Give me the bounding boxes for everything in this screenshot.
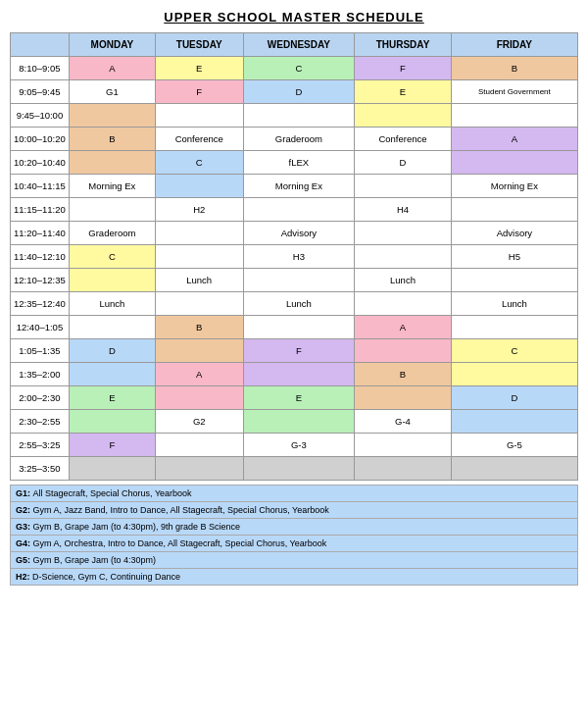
schedule-cell	[355, 386, 452, 410]
schedule-cell: D	[69, 339, 155, 363]
schedule-cell	[451, 151, 577, 175]
schedule-cell: G1	[69, 80, 155, 104]
schedule-cell	[355, 104, 452, 128]
schedule-cell	[69, 151, 155, 175]
schedule-cell: C	[451, 339, 577, 363]
time-cell: 2:00–2:30	[11, 386, 70, 410]
schedule-cell	[155, 386, 243, 410]
schedule-cell: H4	[355, 198, 452, 222]
schedule-cell: F	[155, 80, 243, 104]
schedule-cell: C	[69, 245, 155, 269]
schedule-cell: Graderoom	[243, 128, 355, 151]
time-header	[11, 33, 70, 57]
schedule-cell: B	[155, 316, 243, 339]
schedule-cell: D	[355, 151, 452, 175]
schedule-cell: Morning Ex	[69, 175, 155, 198]
time-cell: 10:40–11:15	[11, 175, 70, 198]
schedule-cell	[451, 457, 577, 481]
schedule-cell	[155, 175, 243, 198]
schedule-cell: D	[243, 80, 355, 104]
schedule-cell: Lunch	[69, 292, 155, 316]
schedule-cell: Graderoom	[69, 222, 155, 245]
schedule-cell	[155, 104, 243, 128]
schedule-cell	[155, 245, 243, 269]
schedule-cell: A	[155, 363, 243, 386]
schedule-cell	[155, 222, 243, 245]
schedule-cell: B	[355, 363, 452, 386]
schedule-cell	[355, 457, 452, 481]
legend-item: G3: Gym B, Grape Jam (to 4:30pm), 9th gr…	[11, 519, 578, 536]
schedule-cell: Lunch	[243, 292, 355, 316]
schedule-cell	[451, 104, 577, 128]
schedule-table: MONDAY TUESDAY WEDNESDAY THURSDAY FRIDAY…	[10, 32, 578, 481]
schedule-cell	[69, 363, 155, 386]
legend-item: H2: D-Science, Gym C, Continuing Dance	[11, 569, 578, 586]
schedule-cell: Conference	[155, 128, 243, 151]
schedule-cell	[243, 104, 355, 128]
tuesday-header: TUESDAY	[155, 33, 243, 57]
wednesday-header: WEDNESDAY	[243, 33, 355, 57]
schedule-cell	[69, 457, 155, 481]
time-cell: 2:55–3:25	[11, 434, 70, 457]
schedule-cell	[243, 410, 355, 434]
time-cell: 11:20–11:40	[11, 222, 70, 245]
schedule-cell: Lunch	[451, 292, 577, 316]
schedule-cell: B	[451, 57, 577, 80]
schedule-cell	[69, 410, 155, 434]
time-cell: 10:20–10:40	[11, 151, 70, 175]
time-cell: 11:15–11:20	[11, 198, 70, 222]
schedule-cell	[451, 198, 577, 222]
schedule-cell	[355, 175, 452, 198]
schedule-cell	[451, 410, 577, 434]
schedule-cell	[155, 292, 243, 316]
schedule-cell: G-5	[451, 434, 577, 457]
schedule-cell	[243, 198, 355, 222]
schedule-cell: Lunch	[155, 269, 243, 292]
schedule-cell: E	[69, 386, 155, 410]
schedule-cell	[355, 245, 452, 269]
schedule-cell	[451, 316, 577, 339]
schedule-cell: H5	[451, 245, 577, 269]
page-title: UPPER SCHOOL MASTER SCHEDULE	[10, 10, 578, 25]
schedule-cell: F	[69, 434, 155, 457]
time-cell: 1:35–2:00	[11, 363, 70, 386]
thursday-header: THURSDAY	[355, 33, 452, 57]
legend-item: G4: Gym A, Orchestra, Intro to Dance, Al…	[11, 536, 578, 552]
time-cell: 1:05–1:35	[11, 339, 70, 363]
schedule-cell: D	[451, 386, 577, 410]
schedule-cell: Advisory	[243, 222, 355, 245]
time-cell: 8:10–9:05	[11, 57, 70, 80]
schedule-cell: B	[69, 128, 155, 151]
schedule-cell: H3	[243, 245, 355, 269]
schedule-cell: Morning Ex	[451, 175, 577, 198]
schedule-cell	[69, 269, 155, 292]
legend-table: G1: All Stagecraft, Special Chorus, Year…	[10, 485, 578, 586]
schedule-cell: C	[243, 57, 355, 80]
time-cell: 12:10–12:35	[11, 269, 70, 292]
schedule-cell: A	[451, 128, 577, 151]
schedule-cell	[355, 339, 452, 363]
schedule-cell: E	[155, 57, 243, 80]
schedule-cell	[243, 363, 355, 386]
schedule-cell	[155, 339, 243, 363]
schedule-cell: E	[243, 386, 355, 410]
time-cell: 9:45–10:00	[11, 104, 70, 128]
schedule-cell: G2	[155, 410, 243, 434]
schedule-cell	[451, 269, 577, 292]
schedule-cell: A	[69, 57, 155, 80]
time-cell: 11:40–12:10	[11, 245, 70, 269]
schedule-cell	[69, 104, 155, 128]
schedule-cell: A	[355, 316, 452, 339]
schedule-cell	[243, 269, 355, 292]
schedule-cell: Conference	[355, 128, 452, 151]
schedule-cell	[355, 222, 452, 245]
schedule-cell: G-4	[355, 410, 452, 434]
time-cell: 9:05–9:45	[11, 80, 70, 104]
time-cell: 10:00–10:20	[11, 128, 70, 151]
schedule-cell	[451, 363, 577, 386]
legend-item: G5: Gym B, Grape Jam (to 4:30pm)	[11, 552, 578, 569]
schedule-cell	[69, 198, 155, 222]
schedule-cell: F	[243, 339, 355, 363]
schedule-cell: fLEX	[243, 151, 355, 175]
friday-header: FRIDAY	[451, 33, 577, 57]
